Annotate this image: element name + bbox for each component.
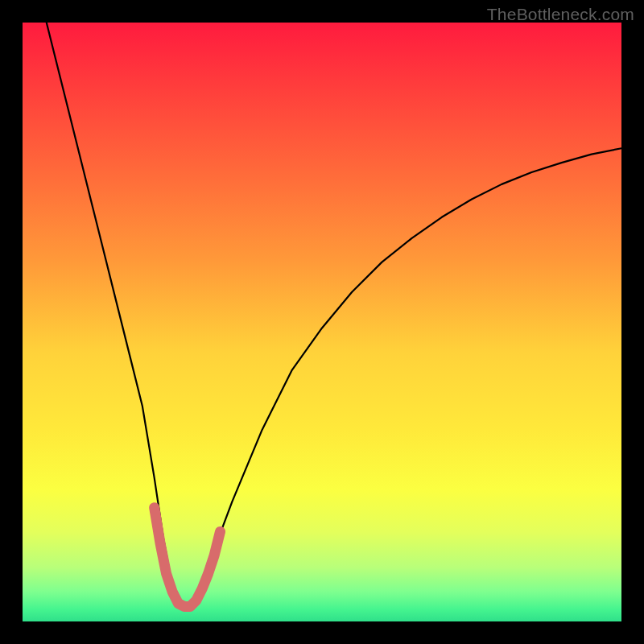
- black-curve: [47, 23, 621, 604]
- highlight-curve: [155, 508, 221, 607]
- watermark-text: TheBottleneck.com: [487, 5, 634, 24]
- chart-area: [23, 23, 621, 621]
- curve-svg: [23, 23, 621, 621]
